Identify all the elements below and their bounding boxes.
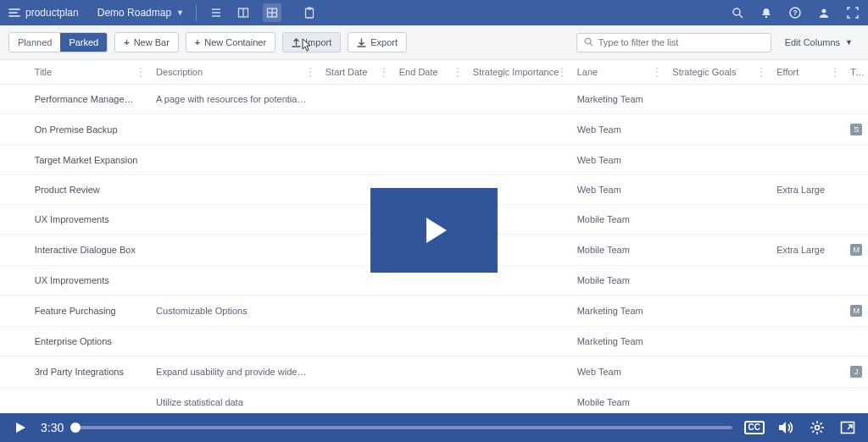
col-effort[interactable]: Effort⋮	[768, 60, 842, 85]
grip-icon[interactable]: ⋮	[453, 66, 461, 78]
grip-icon[interactable]: ⋮	[557, 66, 565, 78]
export-button[interactable]: Export	[348, 32, 407, 52]
tag-chip: M	[850, 244, 862, 256]
user-icon[interactable]	[817, 6, 831, 19]
cell-lane: Web Team	[569, 146, 665, 175]
divider	[196, 4, 197, 21]
col-end-date[interactable]: End Date⋮	[391, 60, 465, 85]
col-strategic-goals[interactable]: Strategic Goals⋮	[664, 60, 768, 85]
cell-effort: Extra Large	[768, 175, 842, 205]
cell-description: Expand usability and provide wider offer…	[147, 356, 317, 388]
col-title[interactable]: Title⋮	[26, 60, 147, 85]
cell-effort	[768, 356, 842, 388]
svg-point-19	[585, 38, 591, 44]
col-lane[interactable]: Lane⋮	[569, 60, 665, 85]
expand-button[interactable]	[839, 419, 856, 436]
caret-down-icon: ▼	[845, 38, 853, 47]
svg-point-24	[815, 426, 820, 430]
tab-parked[interactable]: Parked	[60, 33, 107, 52]
col-tag[interactable]: Ta	[842, 60, 868, 85]
table-row[interactable]: Enterprise OptionsMarketing Team	[0, 327, 868, 356]
table-row[interactable]: Performance ManagementA page with resour…	[0, 85, 868, 114]
video-play-overlay[interactable]	[370, 188, 498, 273]
cell-description	[147, 235, 317, 266]
col-description[interactable]: Description⋮	[147, 60, 317, 85]
table-row[interactable]: Utilize statistical dataMobile Team	[0, 388, 868, 414]
video-controls: 3:30 CC	[0, 413, 868, 442]
volume-button[interactable]	[778, 419, 795, 436]
cell-title: Enterprise Options	[26, 327, 147, 356]
cell-strategic-goals	[664, 388, 768, 414]
edit-columns-button[interactable]: Edit Columns ▼	[778, 33, 860, 52]
appbar-right: ?	[731, 6, 860, 19]
cell-strategic-importance	[465, 327, 569, 356]
roadmap-select[interactable]: Demo Roadmap ▼	[97, 7, 184, 19]
cell-end-date	[391, 327, 465, 356]
cell-description	[147, 327, 317, 356]
bell-icon[interactable]	[760, 6, 773, 19]
import-label: Import	[305, 37, 331, 47]
cell-start-date	[317, 327, 391, 356]
cell-strategic-goals	[664, 266, 768, 296]
fullscreen-icon[interactable]	[846, 6, 860, 19]
new-bar-button[interactable]: + New Bar	[114, 32, 179, 52]
filter-box[interactable]	[576, 33, 771, 52]
search-icon[interactable]	[731, 6, 744, 19]
cell-tag	[842, 327, 868, 356]
new-bar-label: New Bar	[134, 37, 170, 47]
grip-icon[interactable]: ⋮	[305, 66, 314, 78]
table-view-icon[interactable]	[263, 3, 281, 22]
cell-end-date	[391, 85, 465, 114]
cc-button[interactable]: CC	[744, 421, 765, 434]
cell-title: On Premise Backup	[26, 114, 147, 146]
svg-point-18	[822, 9, 826, 14]
cell-description: Utilize statistical data	[147, 388, 317, 414]
settings-button[interactable]	[809, 419, 826, 436]
clipboard-icon[interactable]	[302, 5, 317, 20]
cell-strategic-importance	[465, 85, 569, 114]
table-row[interactable]: On Premise BackupWeb TeamS	[0, 114, 868, 146]
cell-description: Customizable Options	[147, 296, 317, 327]
tab-planned[interactable]: Planned	[9, 33, 60, 52]
svg-line-31	[812, 431, 814, 433]
brand-icon	[8, 7, 20, 19]
cell-strategic-goals	[664, 356, 768, 388]
col-strategic-importance[interactable]: Strategic Importance⋮	[465, 60, 569, 85]
grip-icon[interactable]: ⋮	[830, 66, 838, 78]
help-icon[interactable]: ?	[788, 6, 802, 19]
plus-icon: +	[195, 37, 200, 47]
filter-input[interactable]	[598, 37, 764, 47]
header-row: Title⋮ Description⋮ Start Date⋮ End Date…	[0, 60, 868, 85]
import-button[interactable]: Import	[282, 32, 341, 52]
cell-lane: Mobile Team	[569, 205, 665, 235]
cell-title: UX Improvements	[26, 205, 147, 235]
cell-title: Target Market Expansion	[26, 146, 147, 175]
list-view-icon[interactable]	[209, 5, 224, 20]
cell-strategic-goals	[664, 205, 768, 235]
table-row[interactable]: Feature PurchasingCustomizable OptionsMa…	[0, 296, 868, 327]
timeline-view-icon[interactable]	[236, 5, 251, 20]
cell-tag	[842, 388, 868, 414]
grip-icon[interactable]: ⋮	[652, 66, 660, 78]
cell-tag	[842, 205, 868, 235]
cell-lane: Marketing Team	[569, 327, 665, 356]
play-button[interactable]	[12, 419, 29, 436]
table-row[interactable]: Target Market ExpansionWeb Team	[0, 146, 868, 175]
video-progress-track[interactable]	[75, 426, 732, 429]
cell-start-date	[317, 85, 391, 114]
tag-chip: J	[850, 366, 862, 378]
cell-effort	[768, 205, 842, 235]
table-row[interactable]: 3rd Party IntegrationsExpand usability a…	[0, 356, 868, 388]
new-container-button[interactable]: + New Container	[186, 32, 275, 52]
grip-icon[interactable]: ⋮	[379, 66, 387, 78]
video-progress-knob[interactable]	[70, 423, 81, 433]
grip-icon[interactable]: ⋮	[756, 66, 765, 78]
col-start-date[interactable]: Start Date⋮	[317, 60, 391, 85]
toolbar: Planned Parked + New Bar + New Container…	[0, 25, 868, 60]
cell-end-date	[391, 356, 465, 388]
tag-chip: M	[850, 305, 862, 317]
cell-effort	[768, 327, 842, 356]
cell-tag: J	[842, 356, 868, 388]
svg-line-20	[590, 43, 593, 46]
grip-icon[interactable]: ⋮	[136, 66, 144, 78]
